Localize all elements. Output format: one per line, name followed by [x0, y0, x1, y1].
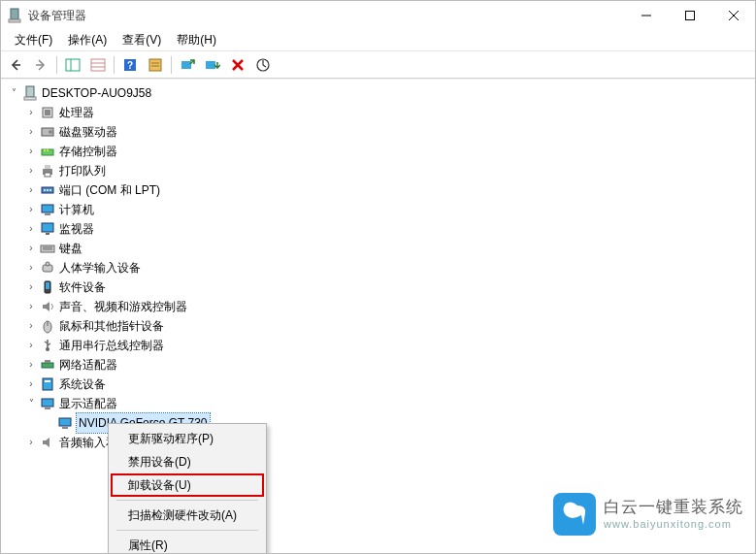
- tree-node[interactable]: ›人体学输入设备: [7, 258, 749, 277]
- svg-rect-19: [206, 61, 215, 69]
- cm-update-driver[interactable]: 更新驱动程序(P): [111, 427, 264, 450]
- tree-node[interactable]: ›系统设备: [7, 375, 749, 394]
- svg-rect-10: [91, 59, 105, 71]
- chevron-right-icon[interactable]: ›: [24, 377, 38, 391]
- expander-icon[interactable]: ˅: [7, 86, 20, 100]
- cpu-icon: [40, 105, 55, 120]
- node-label: 计算机: [59, 200, 94, 219]
- close-button[interactable]: [711, 1, 755, 30]
- toolbar: ?: [1, 51, 755, 79]
- tree-node[interactable]: ›处理器: [7, 103, 749, 122]
- update-driver-button[interactable]: [176, 53, 199, 77]
- tree-node[interactable]: ›磁盘驱动器: [7, 122, 749, 142]
- usb-icon: [40, 338, 55, 353]
- toolbar-separator: [171, 56, 172, 74]
- chevron-right-icon[interactable]: ›: [24, 164, 38, 178]
- node-label: 存储控制器: [59, 142, 117, 161]
- chevron-right-icon[interactable]: ›: [24, 203, 38, 216]
- svg-rect-22: [24, 97, 36, 100]
- audio-io-icon: [40, 435, 55, 450]
- cm-disable-device[interactable]: 禁用设备(D): [111, 450, 264, 473]
- tree-node[interactable]: ›端口 (COM 和 LPT): [7, 180, 749, 200]
- tree-node[interactable]: ›声音、视频和游戏控制器: [7, 297, 749, 316]
- svg-rect-58: [59, 418, 71, 426]
- svg-rect-15: [149, 59, 161, 71]
- svg-point-34: [44, 189, 46, 191]
- maximize-button[interactable]: [668, 1, 711, 30]
- tree-node[interactable]: ›通用串行总线控制器: [7, 336, 749, 355]
- cm-separator: [116, 530, 258, 531]
- menu-file[interactable]: 文件(F): [7, 30, 60, 50]
- tree-root[interactable]: ˅ DESKTOP-AUO9J58: [7, 83, 749, 103]
- svg-point-36: [49, 189, 51, 191]
- chevron-right-icon[interactable]: ›: [24, 319, 38, 333]
- node-label: 网络适配器: [59, 355, 117, 375]
- chevron-right-icon[interactable]: ›: [24, 358, 38, 372]
- computer-icon: [40, 202, 55, 217]
- forward-button[interactable]: [29, 53, 52, 77]
- chevron-right-icon[interactable]: ›: [24, 280, 38, 294]
- chevron-down-icon[interactable]: ˅: [24, 397, 38, 410]
- port-icon: [40, 182, 55, 198]
- svg-point-28: [44, 149, 46, 151]
- tree-node[interactable]: ›打印队列: [7, 161, 749, 180]
- watermark: 白云一键重装系统 www.baiyunxitong.com: [553, 493, 743, 536]
- node-label: 软件设备: [59, 277, 106, 297]
- watermark-url: www.baiyunxitong.com: [604, 518, 743, 531]
- cm-properties[interactable]: 属性(R): [111, 534, 264, 554]
- scan-hardware-button[interactable]: [251, 53, 275, 77]
- window-title: 设备管理器: [28, 8, 624, 24]
- menu-help[interactable]: 帮助(H): [169, 30, 224, 50]
- back-button[interactable]: [4, 53, 27, 77]
- chevron-right-icon[interactable]: ›: [24, 300, 38, 313]
- tree-node[interactable]: ›计算机: [7, 200, 749, 219]
- tree-node[interactable]: ›软件设备: [7, 277, 749, 297]
- node-label: 端口 (COM 和 LPT): [59, 180, 160, 200]
- view-button[interactable]: [86, 53, 110, 77]
- monitor-icon: [40, 221, 55, 237]
- printer-icon: [40, 163, 55, 179]
- system-icon: [40, 376, 55, 392]
- cm-scan-hardware[interactable]: 扫描检测硬件改动(A): [111, 504, 264, 527]
- disk-icon: [40, 124, 55, 140]
- properties-button[interactable]: [144, 53, 167, 77]
- audio-icon: [40, 299, 55, 314]
- tree-node[interactable]: ›网络适配器: [7, 355, 749, 375]
- svg-rect-57: [45, 407, 50, 409]
- chevron-right-icon[interactable]: ›: [24, 242, 38, 255]
- svg-rect-54: [43, 378, 52, 390]
- mouse-icon: [40, 318, 55, 334]
- toolbar-separator: [56, 56, 57, 74]
- watermark-icon: [553, 493, 596, 536]
- chevron-right-icon[interactable]: ›: [24, 339, 38, 352]
- node-label: 打印队列: [59, 161, 106, 180]
- chevron-right-icon[interactable]: ›: [24, 106, 38, 119]
- tree-node[interactable]: ›监视器: [7, 219, 749, 239]
- svg-rect-39: [42, 223, 53, 232]
- title-bar: 设备管理器: [1, 1, 755, 30]
- minimize-button[interactable]: [624, 1, 668, 30]
- chevron-right-icon[interactable]: ›: [24, 436, 38, 449]
- tree-node[interactable]: ›键盘: [7, 239, 749, 258]
- tree-node[interactable]: ›鼠标和其他指针设备: [7, 316, 749, 336]
- show-hide-tree-button[interactable]: [61, 53, 84, 77]
- chevron-right-icon[interactable]: ›: [24, 261, 38, 275]
- tree-node[interactable]: ›存储控制器: [7, 142, 749, 161]
- node-label: 磁盘驱动器: [59, 122, 117, 142]
- uninstall-device-button[interactable]: [226, 53, 249, 77]
- chevron-right-icon[interactable]: ›: [24, 183, 38, 197]
- tree-node[interactable]: ˅显示适配器: [7, 394, 749, 413]
- menu-view[interactable]: 查看(V): [115, 30, 169, 50]
- node-label: 监视器: [59, 219, 94, 239]
- menu-action[interactable]: 操作(A): [60, 30, 115, 50]
- disable-device-button[interactable]: [201, 53, 224, 77]
- chevron-right-icon[interactable]: ›: [24, 145, 38, 158]
- help-button[interactable]: ?: [118, 53, 142, 77]
- chevron-right-icon[interactable]: ›: [24, 125, 38, 139]
- app-icon: [7, 8, 22, 23]
- cm-uninstall-device[interactable]: 卸载设备(U): [111, 473, 264, 497]
- svg-rect-55: [45, 380, 50, 382]
- chevron-right-icon[interactable]: ›: [24, 222, 38, 236]
- context-menu: 更新驱动程序(P) 禁用设备(D) 卸载设备(U) 扫描检测硬件改动(A) 属性…: [108, 423, 267, 554]
- svg-rect-18: [181, 61, 191, 69]
